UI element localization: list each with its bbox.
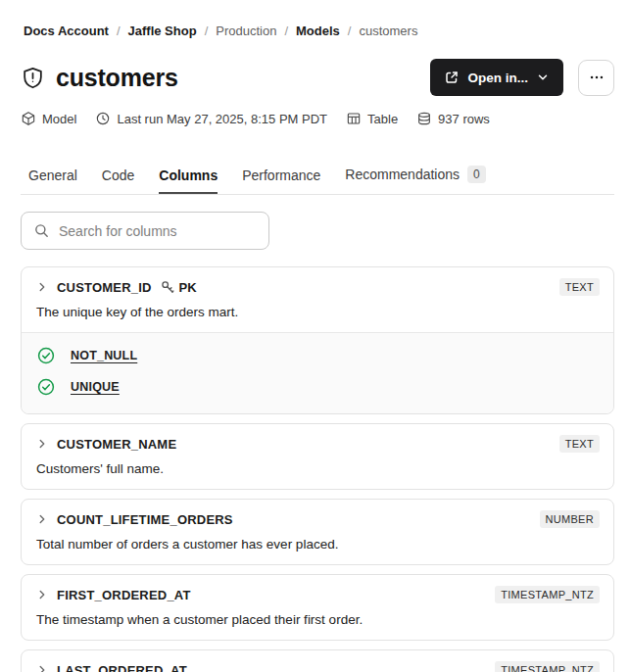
breadcrumb-separator: / xyxy=(348,24,352,38)
tab-code[interactable]: Code xyxy=(102,168,134,194)
column-name: FIRST_ORDERED_AT xyxy=(57,588,191,602)
page-header: customers Open in... xyxy=(21,59,614,96)
breadcrumb: Docs Account / Jaffle Shop / Production … xyxy=(21,24,614,38)
chevron-right-icon[interactable] xyxy=(35,588,49,601)
column-header[interactable]: CUSTOMER_ID PK TEXT xyxy=(22,267,613,296)
column-header[interactable]: FIRST_ORDERED_AT TIMESTAMP_NTZ xyxy=(22,575,613,603)
breadcrumb-item-jaffle-shop[interactable]: Jaffle Shop xyxy=(128,24,197,38)
meta-last-run-label: Last run May 27, 2025, 8:15 PM PDT xyxy=(117,112,327,126)
chevron-down-icon xyxy=(536,71,550,84)
meta-last-run: Last run May 27, 2025, 8:15 PM PDT xyxy=(95,111,327,126)
clock-icon xyxy=(95,111,111,126)
tab-recommendations[interactable]: Recommendations 0 xyxy=(345,166,485,194)
column-description: Customers' full name. xyxy=(22,453,613,489)
model-shield-icon xyxy=(21,66,45,90)
column-type-badge: TIMESTAMP_NTZ xyxy=(495,661,600,672)
open-in-label: Open in... xyxy=(467,71,528,85)
tab-columns[interactable]: Columns xyxy=(159,168,218,194)
columns-list: CUSTOMER_ID PK TEXT The unique key of th… xyxy=(21,266,614,672)
meta-resource-type-label: Model xyxy=(42,112,76,126)
open-in-button[interactable]: Open in... xyxy=(430,59,563,96)
column-tests: NOT_NULL UNIQUE xyxy=(22,332,613,413)
check-circle-icon xyxy=(37,378,55,396)
more-actions-button[interactable] xyxy=(578,60,614,96)
pk-label: PK xyxy=(179,280,197,295)
search-box[interactable] xyxy=(21,212,269,250)
column-card-customer-name: CUSTOMER_NAME TEXT Customers' full name. xyxy=(21,423,614,490)
column-header[interactable]: LAST_ORDERED_AT TIMESTAMP_NTZ xyxy=(22,650,613,672)
external-link-icon xyxy=(444,70,460,85)
meta-row-count-label: 937 rows xyxy=(438,112,490,126)
database-icon xyxy=(416,111,432,126)
column-header[interactable]: CUSTOMER_NAME TEXT xyxy=(22,424,613,453)
breadcrumb-item-docs-account[interactable]: Docs Account xyxy=(24,24,109,38)
page-title: customers xyxy=(56,64,178,92)
test-link-not-null[interactable]: NOT_NULL xyxy=(71,349,137,362)
test-link-unique[interactable]: UNIQUE xyxy=(71,380,120,394)
key-icon xyxy=(160,279,175,295)
breadcrumb-item-production[interactable]: Production xyxy=(216,24,276,38)
breadcrumb-item-models[interactable]: Models xyxy=(296,24,340,38)
column-card-customer-id: CUSTOMER_ID PK TEXT The unique key of th… xyxy=(21,266,614,414)
tab-performance[interactable]: Performance xyxy=(242,168,320,194)
chevron-right-icon[interactable] xyxy=(35,437,49,451)
search-input[interactable] xyxy=(59,223,257,239)
column-name: CUSTOMER_ID xyxy=(57,280,152,295)
column-header[interactable]: COUNT_LIFETIME_ORDERS NUMBER xyxy=(22,500,613,528)
column-type-badge: TEXT xyxy=(559,435,600,453)
column-name: CUSTOMER_NAME xyxy=(57,437,176,452)
column-card-count-lifetime-orders: COUNT_LIFETIME_ORDERS NUMBER Total numbe… xyxy=(21,499,614,565)
column-type-badge: TIMESTAMP_NTZ xyxy=(495,586,600,603)
chevron-right-icon[interactable] xyxy=(35,663,49,672)
check-circle-icon xyxy=(37,347,55,364)
tab-bar: General Code Columns Performance Recomme… xyxy=(21,166,614,195)
meta-resource-type: Model xyxy=(21,111,76,126)
breadcrumb-item-customers: customers xyxy=(359,24,417,38)
column-name: LAST_ORDERED_AT xyxy=(57,663,187,672)
tab-general[interactable]: General xyxy=(28,168,77,194)
chevron-right-icon[interactable] xyxy=(35,512,49,526)
column-description: Total number of orders a customer has ev… xyxy=(22,528,613,564)
column-card-first-ordered-at: FIRST_ORDERED_AT TIMESTAMP_NTZ The times… xyxy=(21,574,614,641)
chevron-right-icon[interactable] xyxy=(35,280,49,294)
primary-key-indicator: PK xyxy=(160,279,197,295)
search-icon xyxy=(33,222,50,239)
test-row: NOT_NULL xyxy=(37,340,598,371)
page: Docs Account / Jaffle Shop / Production … xyxy=(0,0,630,672)
recommendations-count-badge: 0 xyxy=(467,166,486,183)
meta-materialization: Table xyxy=(346,111,398,126)
column-name: COUNT_LIFETIME_ORDERS xyxy=(57,512,233,527)
breadcrumb-separator: / xyxy=(284,24,288,38)
column-type-badge: TEXT xyxy=(559,278,600,296)
meta-row: Model Last run May 27, 2025, 8:15 PM PDT xyxy=(21,111,614,126)
column-type-badge: NUMBER xyxy=(540,510,600,528)
column-description: The unique key of the orders mart. xyxy=(22,296,613,332)
meta-materialization-label: Table xyxy=(367,112,398,126)
column-card-last-ordered-at: LAST_ORDERED_AT TIMESTAMP_NTZ The timest… xyxy=(21,649,614,672)
meta-row-count: 937 rows xyxy=(416,111,490,126)
column-description: The timestamp when a customer placed the… xyxy=(22,603,613,640)
breadcrumb-separator: / xyxy=(205,24,209,38)
cube-icon xyxy=(21,111,36,126)
breadcrumb-separator: / xyxy=(117,24,121,38)
table-icon xyxy=(346,111,362,126)
ellipsis-icon xyxy=(588,69,606,86)
test-row: UNIQUE xyxy=(37,371,598,403)
